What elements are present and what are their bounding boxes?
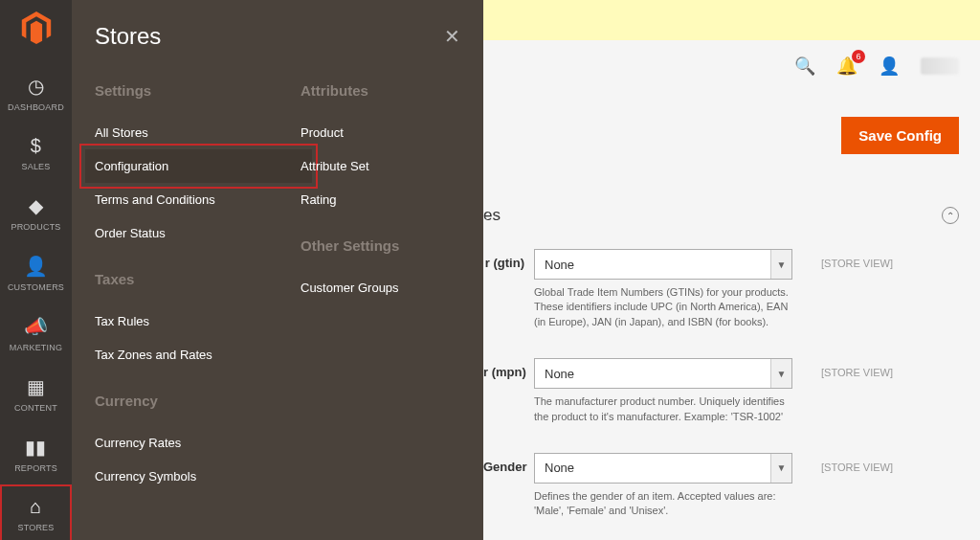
- menu-customer-groups[interactable]: Customer Groups: [301, 271, 460, 304]
- chevron-down-icon: ▼: [770, 454, 791, 483]
- field-label: Gender: [483, 453, 534, 474]
- menu-tax-zones[interactable]: Tax Zones and Rates: [95, 338, 255, 371]
- dashboard-icon: ◷: [28, 75, 44, 98]
- chevron-down-icon: ▼: [770, 359, 791, 388]
- config-section-title: es: [483, 206, 501, 225]
- close-icon[interactable]: ✕: [444, 25, 460, 48]
- nav-marketing[interactable]: 📣MARKETING: [0, 304, 72, 364]
- menu-attr-set[interactable]: Attribute Set: [301, 149, 460, 183]
- field-hint: Global Trade Item Numbers (GTINs) for yo…: [534, 285, 792, 329]
- field-label: r (mpn): [483, 358, 534, 379]
- section-attr-head: Attributes: [301, 82, 460, 99]
- box-icon: ◆: [29, 194, 43, 217]
- field-hint: Defines the gender of an item. Accepted …: [534, 489, 792, 519]
- menu-tax-rules[interactable]: Tax Rules: [95, 304, 255, 338]
- user-icon[interactable]: 👤: [879, 56, 900, 77]
- bars-icon: ▮▮: [25, 436, 46, 459]
- menu-currency-rates[interactable]: Currency Rates: [95, 426, 255, 460]
- save-config-button[interactable]: Save Config: [841, 117, 959, 154]
- menu-all-stores[interactable]: All Stores: [95, 116, 255, 149]
- search-icon[interactable]: 🔍: [794, 56, 815, 77]
- scope-label: [STORE VIEW]: [792, 249, 893, 269]
- nav-content[interactable]: ▦CONTENT: [0, 364, 72, 424]
- nav-reports[interactable]: ▮▮REPORTS: [0, 424, 72, 484]
- admin-sidebar: ◷DASHBOARD $SALES ◆PRODUCTS 👤CUSTOMERS 📣…: [0, 0, 72, 540]
- field-hint: The manufacturer product number. Uniquel…: [534, 394, 792, 424]
- config-form: r (gtin) None▼ Global Trade Item Numbers…: [483, 249, 959, 540]
- layout-icon: ▦: [27, 375, 45, 398]
- gtin-select[interactable]: None▼: [534, 249, 792, 280]
- magento-logo[interactable]: [18, 10, 55, 46]
- flyout-title: Stores: [95, 23, 161, 50]
- notification-badge: 6: [852, 50, 865, 63]
- section-settings-head: Settings: [95, 82, 255, 99]
- chevron-down-icon: ▼: [770, 250, 791, 279]
- dollar-icon: $: [31, 135, 41, 157]
- field-gender: Gender None▼ Defines the gender of an it…: [483, 453, 959, 519]
- menu-terms[interactable]: Terms and Conditions: [95, 183, 255, 216]
- section-taxes-head: Taxes: [95, 271, 255, 287]
- svg-marker-1: [30, 21, 41, 44]
- menu-rating[interactable]: Rating: [301, 183, 460, 216]
- field-mpn: r (mpn) None▼ The manufacturer product n…: [483, 358, 959, 424]
- nav-customers[interactable]: 👤CUSTOMERS: [0, 243, 72, 304]
- person-icon: 👤: [24, 255, 48, 278]
- stores-flyout: Stores ✕ Settings All Stores Configurati…: [72, 0, 483, 540]
- menu-currency-symbols[interactable]: Currency Symbols: [95, 460, 255, 493]
- nav-dashboard[interactable]: ◷DASHBOARD: [0, 63, 72, 124]
- collapse-icon[interactable]: ⌃: [942, 207, 959, 224]
- gender-select[interactable]: None▼: [534, 453, 792, 484]
- mpn-select[interactable]: None▼: [534, 358, 792, 389]
- nav-products[interactable]: ◆PRODUCTS: [0, 183, 72, 243]
- field-label: r (gtin): [483, 249, 534, 270]
- scope-label: [STORE VIEW]: [792, 453, 893, 473]
- menu-order-status[interactable]: Order Status: [95, 216, 255, 250]
- menu-product[interactable]: Product: [301, 116, 460, 149]
- user-name-placeholder[interactable]: [921, 57, 959, 75]
- megaphone-icon: 📣: [24, 315, 48, 338]
- nav-sales[interactable]: $SALES: [0, 124, 72, 183]
- nav-stores[interactable]: ⌂STORES: [0, 484, 72, 540]
- top-actions: 🔍 🔔6 👤: [794, 56, 959, 77]
- section-currency-head: Currency: [95, 393, 255, 409]
- section-other-head: Other Settings: [301, 237, 460, 254]
- scope-label: [STORE VIEW]: [792, 358, 893, 378]
- store-icon: ⌂: [30, 496, 41, 518]
- notifications-icon[interactable]: 🔔6: [836, 56, 858, 77]
- field-gtin: r (gtin) None▼ Global Trade Item Numbers…: [483, 249, 959, 329]
